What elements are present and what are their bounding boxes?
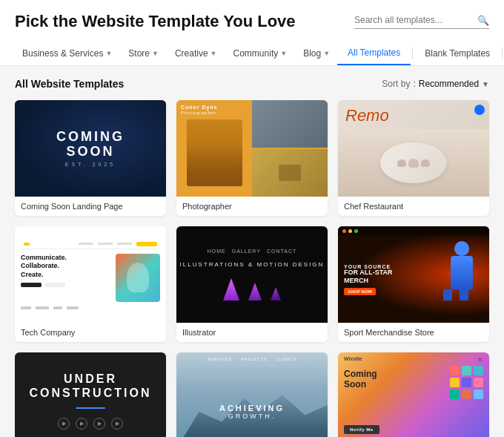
sort-separator: :: [413, 79, 415, 89]
nav-item-store[interactable]: Store ▼: [121, 42, 166, 65]
thumb-sub-text: EST. 2025: [56, 162, 125, 167]
sort-value: Recommended: [419, 79, 479, 89]
template-card[interactable]: COMINGSOON EST. 2025 Coming Soon Landing…: [15, 100, 166, 216]
template-card[interactable]: YOUR SOURCE FOR ALL-STAR MERCH SHOP NOW …: [338, 226, 489, 342]
thumb-mini-btn: Notify Me: [344, 425, 379, 434]
thumb-icon-3: ▶: [93, 418, 105, 430]
thumb-icon-4: ▶: [111, 418, 123, 430]
template-card[interactable]: Communicate.Collaborate.Create.: [15, 226, 166, 342]
thumb-icons-row: ▶ ▶ ▶ ▶: [58, 418, 123, 430]
nav-row: Business & Services ▼ Store ▼ Creative ▼…: [15, 42, 489, 65]
nav-item-community[interactable]: Community ▼: [226, 42, 295, 65]
thumb-remo-text: Remo: [345, 106, 389, 125]
thumb-cta-row: [21, 283, 111, 287]
chevron-down-icon: ▼: [482, 80, 489, 88]
search-box: 🔍: [354, 15, 489, 29]
nav-item-creative[interactable]: Creative ▼: [168, 42, 225, 65]
thumb-nav-clients: CLIENTS: [276, 357, 296, 361]
chevron-down-icon: ▼: [105, 50, 112, 57]
chevron-down-icon: ▼: [280, 50, 287, 57]
chevron-down-icon: ▼: [152, 50, 159, 57]
nav-item-blog-label: Blog: [303, 48, 321, 59]
thumb-blue-dot: [474, 105, 485, 115]
thumb-name-text: Conor DynePhotographer: [181, 105, 218, 115]
template-label: Photographer: [176, 197, 328, 216]
template-thumbnail: Remo: [338, 100, 489, 197]
thumb-shapes: [223, 278, 281, 300]
thumb-coming-soon-text: ComingSoon: [344, 369, 377, 390]
nav-item-blog[interactable]: Blog ▼: [296, 42, 337, 65]
thumb-title: Illustrations & Motion Design: [180, 261, 325, 268]
template-card[interactable]: Remo Chef Re: [338, 100, 489, 216]
thumb-content-inner: Communicate.Collaborate.Create.: [21, 240, 160, 309]
thumb-nav-bar: Home Gallery Contact: [208, 249, 296, 254]
template-card[interactable]: SERVICES PROJECTS CLIENTS ACHIEVING GROW…: [176, 352, 328, 437]
thumb-notify-btn: Notify Me: [344, 425, 379, 434]
template-label: Coming Soon Landing Page: [15, 197, 166, 216]
thumb-for-text: FOR ALL-STAR: [344, 269, 393, 277]
template-card[interactable]: Wixsite ✕ ComingSoon: [338, 352, 489, 437]
template-thumbnail: Wixsite ✕ ComingSoon: [338, 352, 489, 437]
template-thumbnail: COMINGSOON EST. 2025: [15, 100, 166, 197]
thumb-shape-2: [248, 283, 262, 300]
template-thumbnail: UNDERCONSTRUCTION ▶ ▶ ▶ ▶: [15, 352, 166, 437]
nav-divider-2: [502, 47, 503, 59]
thumb-shape-3: [271, 287, 281, 300]
thumb-nav-services: SERVICES: [208, 357, 232, 361]
template-card[interactable]: UNDERCONSTRUCTION ▶ ▶ ▶ ▶ Coming Soon La…: [15, 352, 166, 437]
thumb-nav-2: Gallery: [232, 249, 261, 254]
template-card[interactable]: Home Gallery Contact Illustrations & Mot…: [176, 226, 328, 342]
templates-grid: COMINGSOON EST. 2025 Coming Soon Landing…: [15, 100, 489, 437]
thumb-divider: [76, 407, 105, 409]
thumb-traffic-lights: [342, 229, 358, 233]
section-title: All Website Templates: [15, 78, 124, 90]
thumb-btn-2: [44, 283, 65, 287]
nav-item-business[interactable]: Business & Services ▼: [15, 42, 119, 65]
nav-right: All Templates Blank Templates Collection…: [337, 42, 504, 65]
template-card[interactable]: Conor DynePhotographer Photographer: [176, 100, 328, 216]
thumb-construction-text: UNDERCONSTRUCTION: [30, 372, 152, 400]
thumb-overlay-text: ACHIEVING GROWTH.: [219, 404, 285, 420]
thumb-photo-2: [252, 149, 328, 197]
sort-by[interactable]: Sort by : Recommended ▼: [382, 79, 489, 89]
thumb-growth-text: GROWTH.: [219, 413, 285, 420]
thumb-top-half: Remo: [338, 100, 489, 197]
header-top: Pick the Website Template You Love 🔍: [15, 12, 489, 31]
thumb-sport-text: YOUR SOURCE FOR ALL-STAR MERCH SHOP NOW: [344, 254, 393, 295]
thumb-nav-mini: SERVICES PROJECTS CLIENTS: [176, 357, 328, 361]
thumb-hero-figure: [116, 254, 160, 302]
thumb-btn-1: [21, 283, 42, 287]
template-thumbnail: Conor DynePhotographer: [176, 100, 328, 197]
thumb-shape-1: [223, 278, 239, 300]
tab-blank-templates[interactable]: Blank Templates: [414, 42, 500, 65]
nav-divider: [412, 47, 413, 59]
nav-item-community-label: Community: [233, 48, 279, 59]
thumb-object: [279, 165, 301, 181]
thumb-main-text: COMINGSOON: [56, 130, 125, 160]
search-input[interactable]: [354, 15, 473, 25]
thumb-portrait: [187, 119, 242, 186]
thumb-logos-row: [21, 306, 160, 309]
thumb-text-block: COMINGSOON EST. 2025: [56, 130, 125, 167]
thumb-close-x: ✕: [477, 356, 483, 364]
chevron-down-icon: ▼: [323, 50, 330, 57]
template-thumbnail: YOUR SOURCE FOR ALL-STAR MERCH SHOP NOW: [338, 226, 489, 323]
page-wrapper: Pick the Website Template You Love 🔍 Bus…: [0, 0, 504, 437]
template-label: Chef Restaurant: [338, 197, 489, 216]
thumb-cta-btn: SHOP NOW: [344, 288, 376, 295]
tab-all-templates[interactable]: All Templates: [337, 42, 411, 65]
thumb-hero-text: Communicate.Collaborate.Create.: [21, 254, 111, 280]
thumb-color-blocks: [450, 366, 483, 399]
search-icon: 🔍: [477, 15, 489, 26]
thumb-athlete-figure: [441, 241, 482, 300]
thumb-photo-1: [252, 100, 328, 148]
template-thumbnail: Home Gallery Contact Illustrations & Mot…: [176, 226, 328, 323]
thumb-hero-text-area: Communicate.Collaborate.Create.: [21, 254, 111, 287]
content-header: All Website Templates Sort by : Recommen…: [15, 78, 489, 90]
content: All Website Templates Sort by : Recommen…: [0, 66, 504, 437]
template-label: Sport Merchandise Store: [338, 323, 489, 342]
thumb-plate: [380, 142, 447, 183]
tab-all-templates-label: All Templates: [348, 47, 400, 58]
thumb-merch-text: MERCH: [344, 277, 393, 284]
tab-blank-templates-label: Blank Templates: [425, 48, 490, 59]
